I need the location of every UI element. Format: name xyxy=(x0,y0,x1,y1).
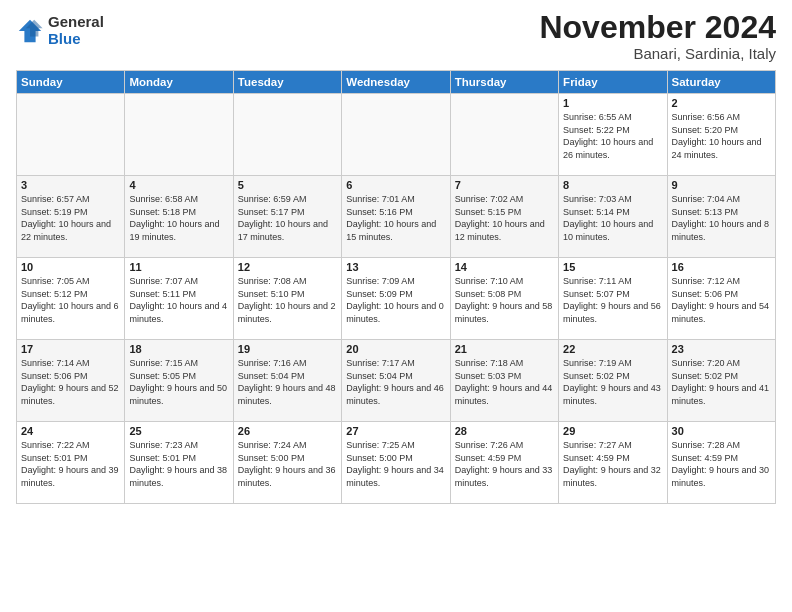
calendar-cell: 5Sunrise: 6:59 AM Sunset: 5:17 PM Daylig… xyxy=(233,176,341,258)
calendar-cell: 7Sunrise: 7:02 AM Sunset: 5:15 PM Daylig… xyxy=(450,176,558,258)
day-number: 4 xyxy=(129,179,228,191)
day-number: 5 xyxy=(238,179,337,191)
day-number: 27 xyxy=(346,425,445,437)
day-header-wednesday: Wednesday xyxy=(342,71,450,94)
day-header-friday: Friday xyxy=(559,71,667,94)
calendar-cell: 18Sunrise: 7:15 AM Sunset: 5:05 PM Dayli… xyxy=(125,340,233,422)
day-info: Sunrise: 6:58 AM Sunset: 5:18 PM Dayligh… xyxy=(129,193,228,243)
week-row-3: 10Sunrise: 7:05 AM Sunset: 5:12 PM Dayli… xyxy=(17,258,776,340)
day-number: 9 xyxy=(672,179,771,191)
calendar-cell: 26Sunrise: 7:24 AM Sunset: 5:00 PM Dayli… xyxy=(233,422,341,504)
day-info: Sunrise: 7:26 AM Sunset: 4:59 PM Dayligh… xyxy=(455,439,554,489)
day-number: 20 xyxy=(346,343,445,355)
day-info: Sunrise: 7:12 AM Sunset: 5:06 PM Dayligh… xyxy=(672,275,771,325)
day-header-tuesday: Tuesday xyxy=(233,71,341,94)
week-row-2: 3Sunrise: 6:57 AM Sunset: 5:19 PM Daylig… xyxy=(17,176,776,258)
calendar-cell xyxy=(233,94,341,176)
day-header-saturday: Saturday xyxy=(667,71,775,94)
day-info: Sunrise: 6:56 AM Sunset: 5:20 PM Dayligh… xyxy=(672,111,771,161)
day-number: 18 xyxy=(129,343,228,355)
day-number: 26 xyxy=(238,425,337,437)
calendar-cell: 25Sunrise: 7:23 AM Sunset: 5:01 PM Dayli… xyxy=(125,422,233,504)
day-number: 29 xyxy=(563,425,662,437)
logo-icon xyxy=(16,17,44,45)
day-number: 12 xyxy=(238,261,337,273)
day-number: 16 xyxy=(672,261,771,273)
day-header-thursday: Thursday xyxy=(450,71,558,94)
day-number: 13 xyxy=(346,261,445,273)
page-container: General Blue November 2024 Banari, Sardi… xyxy=(0,0,792,514)
logo: General Blue xyxy=(16,14,104,47)
calendar-cell: 24Sunrise: 7:22 AM Sunset: 5:01 PM Dayli… xyxy=(17,422,125,504)
calendar-cell: 2Sunrise: 6:56 AM Sunset: 5:20 PM Daylig… xyxy=(667,94,775,176)
day-number: 17 xyxy=(21,343,120,355)
day-number: 11 xyxy=(129,261,228,273)
calendar-cell: 30Sunrise: 7:28 AM Sunset: 4:59 PM Dayli… xyxy=(667,422,775,504)
calendar-cell: 21Sunrise: 7:18 AM Sunset: 5:03 PM Dayli… xyxy=(450,340,558,422)
day-number: 3 xyxy=(21,179,120,191)
day-info: Sunrise: 7:15 AM Sunset: 5:05 PM Dayligh… xyxy=(129,357,228,407)
day-info: Sunrise: 6:59 AM Sunset: 5:17 PM Dayligh… xyxy=(238,193,337,243)
calendar-cell: 11Sunrise: 7:07 AM Sunset: 5:11 PM Dayli… xyxy=(125,258,233,340)
day-info: Sunrise: 6:57 AM Sunset: 5:19 PM Dayligh… xyxy=(21,193,120,243)
day-info: Sunrise: 7:25 AM Sunset: 5:00 PM Dayligh… xyxy=(346,439,445,489)
calendar-cell: 29Sunrise: 7:27 AM Sunset: 4:59 PM Dayli… xyxy=(559,422,667,504)
day-number: 24 xyxy=(21,425,120,437)
calendar-cell xyxy=(342,94,450,176)
calendar-cell: 13Sunrise: 7:09 AM Sunset: 5:09 PM Dayli… xyxy=(342,258,450,340)
day-info: Sunrise: 7:27 AM Sunset: 4:59 PM Dayligh… xyxy=(563,439,662,489)
day-number: 19 xyxy=(238,343,337,355)
day-info: Sunrise: 7:02 AM Sunset: 5:15 PM Dayligh… xyxy=(455,193,554,243)
header: General Blue November 2024 Banari, Sardi… xyxy=(16,10,776,62)
day-number: 23 xyxy=(672,343,771,355)
day-header-sunday: Sunday xyxy=(17,71,125,94)
day-info: Sunrise: 7:10 AM Sunset: 5:08 PM Dayligh… xyxy=(455,275,554,325)
day-number: 1 xyxy=(563,97,662,109)
calendar-cell: 17Sunrise: 7:14 AM Sunset: 5:06 PM Dayli… xyxy=(17,340,125,422)
day-info: Sunrise: 7:09 AM Sunset: 5:09 PM Dayligh… xyxy=(346,275,445,325)
calendar-cell: 16Sunrise: 7:12 AM Sunset: 5:06 PM Dayli… xyxy=(667,258,775,340)
day-info: Sunrise: 7:20 AM Sunset: 5:02 PM Dayligh… xyxy=(672,357,771,407)
calendar-cell xyxy=(125,94,233,176)
day-number: 8 xyxy=(563,179,662,191)
day-number: 25 xyxy=(129,425,228,437)
calendar-cell: 20Sunrise: 7:17 AM Sunset: 5:04 PM Dayli… xyxy=(342,340,450,422)
calendar-cell: 6Sunrise: 7:01 AM Sunset: 5:16 PM Daylig… xyxy=(342,176,450,258)
day-info: Sunrise: 7:16 AM Sunset: 5:04 PM Dayligh… xyxy=(238,357,337,407)
day-info: Sunrise: 7:19 AM Sunset: 5:02 PM Dayligh… xyxy=(563,357,662,407)
day-number: 7 xyxy=(455,179,554,191)
day-info: Sunrise: 7:22 AM Sunset: 5:01 PM Dayligh… xyxy=(21,439,120,489)
calendar-cell: 14Sunrise: 7:10 AM Sunset: 5:08 PM Dayli… xyxy=(450,258,558,340)
day-info: Sunrise: 7:11 AM Sunset: 5:07 PM Dayligh… xyxy=(563,275,662,325)
calendar-cell: 22Sunrise: 7:19 AM Sunset: 5:02 PM Dayli… xyxy=(559,340,667,422)
location: Banari, Sardinia, Italy xyxy=(539,45,776,62)
calendar-cell: 10Sunrise: 7:05 AM Sunset: 5:12 PM Dayli… xyxy=(17,258,125,340)
day-info: Sunrise: 7:07 AM Sunset: 5:11 PM Dayligh… xyxy=(129,275,228,325)
day-info: Sunrise: 7:05 AM Sunset: 5:12 PM Dayligh… xyxy=(21,275,120,325)
calendar-cell: 19Sunrise: 7:16 AM Sunset: 5:04 PM Dayli… xyxy=(233,340,341,422)
day-info: Sunrise: 7:03 AM Sunset: 5:14 PM Dayligh… xyxy=(563,193,662,243)
logo-text: General Blue xyxy=(48,14,104,47)
month-title: November 2024 xyxy=(539,10,776,45)
calendar-cell: 4Sunrise: 6:58 AM Sunset: 5:18 PM Daylig… xyxy=(125,176,233,258)
calendar-cell: 12Sunrise: 7:08 AM Sunset: 5:10 PM Dayli… xyxy=(233,258,341,340)
day-info: Sunrise: 7:17 AM Sunset: 5:04 PM Dayligh… xyxy=(346,357,445,407)
days-header-row: SundayMondayTuesdayWednesdayThursdayFrid… xyxy=(17,71,776,94)
day-info: Sunrise: 7:08 AM Sunset: 5:10 PM Dayligh… xyxy=(238,275,337,325)
day-number: 10 xyxy=(21,261,120,273)
day-number: 6 xyxy=(346,179,445,191)
calendar-cell: 3Sunrise: 6:57 AM Sunset: 5:19 PM Daylig… xyxy=(17,176,125,258)
day-number: 21 xyxy=(455,343,554,355)
calendar-cell: 1Sunrise: 6:55 AM Sunset: 5:22 PM Daylig… xyxy=(559,94,667,176)
calendar-cell: 9Sunrise: 7:04 AM Sunset: 5:13 PM Daylig… xyxy=(667,176,775,258)
day-number: 2 xyxy=(672,97,771,109)
day-number: 14 xyxy=(455,261,554,273)
day-header-monday: Monday xyxy=(125,71,233,94)
calendar-cell: 8Sunrise: 7:03 AM Sunset: 5:14 PM Daylig… xyxy=(559,176,667,258)
calendar-cell: 28Sunrise: 7:26 AM Sunset: 4:59 PM Dayli… xyxy=(450,422,558,504)
day-number: 22 xyxy=(563,343,662,355)
day-info: Sunrise: 7:24 AM Sunset: 5:00 PM Dayligh… xyxy=(238,439,337,489)
day-info: Sunrise: 7:23 AM Sunset: 5:01 PM Dayligh… xyxy=(129,439,228,489)
calendar-table: SundayMondayTuesdayWednesdayThursdayFrid… xyxy=(16,70,776,504)
calendar-cell: 23Sunrise: 7:20 AM Sunset: 5:02 PM Dayli… xyxy=(667,340,775,422)
